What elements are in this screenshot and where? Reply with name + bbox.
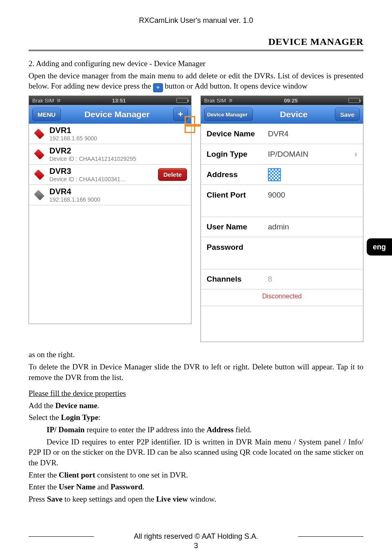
device-name-label: Device Name [207, 129, 268, 138]
body-p6: Select the Login Type: [29, 412, 363, 423]
menu-button[interactable]: MENU [32, 108, 61, 121]
body-p5: Add the Device name. [29, 400, 363, 411]
t: Live view [156, 495, 188, 503]
body-p7: IP/ Domain require to enter the IP addre… [47, 424, 363, 435]
t: and [96, 482, 111, 491]
screenshot-device-manager: Brak SIM ⚞ 13:51 MENU Device Manager + D… [29, 96, 192, 324]
user-name-value: admin [268, 222, 289, 231]
t: IP/ Domain [47, 425, 85, 434]
channels-label: Channels [207, 275, 268, 284]
battery-icon [348, 98, 360, 103]
body-p4: Please fill the device properties [29, 388, 363, 399]
connection-status: Disconnected [201, 289, 363, 306]
carrier-label: Brak SIM [204, 98, 226, 104]
body-p3: To delete the DVR in Device Manager slid… [29, 362, 363, 382]
screenshots-container: Brak SIM ⚞ 13:51 MENU Device Manager + D… [29, 96, 363, 342]
wifi-icon: ⚞ [228, 98, 233, 104]
dvr-name: DVR1 [49, 126, 187, 135]
t: : [98, 413, 100, 422]
t: Address [207, 425, 234, 434]
battery-icon [176, 98, 188, 103]
dvr-icon [33, 150, 45, 159]
intro-paragraph: Open the device manager from the main me… [29, 71, 363, 93]
list-item[interactable]: DVR1 192.168.1.65 9000 [29, 124, 191, 144]
client-port-value: 9000 [268, 191, 285, 200]
client-port-row[interactable]: Client Port 9000 [201, 185, 363, 205]
device-name-row[interactable]: Device Name DVR4 [201, 124, 363, 144]
t: Device name [55, 401, 97, 410]
nav-title-right: Device [253, 109, 335, 119]
t: window. [188, 495, 216, 503]
list-item[interactable]: DVR2 Device ID : CHAA1412141029295 [29, 144, 191, 164]
t: to keep settings and open the [62, 495, 156, 503]
t: User Name [59, 482, 96, 491]
password-label: Password [207, 243, 268, 252]
screenshot-device-form: Brak SIM ⚞ 09:25 Device Manager Device S… [200, 96, 363, 342]
t: . [143, 482, 145, 491]
channels-row[interactable]: Channels 8 [201, 269, 363, 289]
t: Enter the [29, 482, 59, 491]
nav-bar-right: Device Manager Device Save [201, 105, 363, 124]
login-type-value: IP/DOMAIN [268, 150, 308, 159]
add-button[interactable]: + [173, 108, 188, 121]
body-p11: Press Save to keep settings and open the… [29, 494, 363, 504]
t: Press [29, 495, 47, 503]
address-label: Address [207, 170, 268, 179]
dvr-subtitle: 192.168.1.166 9000 [49, 196, 187, 203]
client-port-label: Client Port [207, 191, 268, 200]
body-p9: Enter the Client port consistent to one … [29, 470, 363, 480]
body-p8: Device ID requires to enter P2P identifi… [29, 437, 363, 468]
page-number: 3 [0, 542, 392, 550]
t: Save [47, 495, 62, 503]
save-button[interactable]: Save [335, 108, 360, 121]
login-type-row[interactable]: Login Type IP/DOMAIN › [201, 144, 363, 164]
password-row[interactable]: Password [201, 237, 363, 258]
status-time: 09:25 [236, 98, 346, 104]
t: . [97, 401, 99, 410]
user-name-row[interactable]: User Name admin [201, 217, 363, 237]
nav-title-left: Device Manager [61, 109, 173, 119]
language-tab[interactable]: eng [367, 238, 392, 256]
address-row[interactable]: Address [201, 164, 363, 185]
intro-heading: 2. Adding and configuring new device - D… [29, 58, 363, 69]
list-item[interactable]: DVR4 192.168.1.166 9000 [29, 185, 191, 205]
dvr-name: DVR4 [49, 187, 187, 196]
body-p10: Enter the User Name and Password. [29, 482, 363, 492]
device-name-value: DVR4 [268, 129, 289, 138]
user-name-label: User Name [207, 222, 268, 231]
carrier-label: Brak SIM [32, 98, 54, 104]
dvr-subtitle: 192.168.1.65 9000 [49, 135, 187, 142]
dvr-name: DVR3 [49, 167, 158, 176]
t: field. [234, 425, 252, 434]
status-bar-left: Brak SIM ⚞ 13:51 [29, 96, 191, 105]
t: consistent to one set in DVR. [95, 471, 188, 479]
plus-icon: + [153, 83, 163, 92]
dvr-icon [33, 129, 45, 138]
dvr-name: DVR2 [49, 146, 187, 156]
dvr-icon [33, 170, 45, 179]
status-bar-right: Brak SIM ⚞ 09:25 [201, 96, 363, 105]
dvr-icon [33, 191, 45, 200]
chevron-right-icon: › [354, 149, 357, 160]
dvr-subtitle: Device ID : CHAA14100341… [49, 176, 158, 182]
t: Enter the [29, 471, 59, 479]
qr-icon[interactable] [268, 168, 281, 181]
body-p2: as on the right. [29, 349, 363, 360]
list-item[interactable]: DVR3 Device ID : CHAA14100341… Delete [29, 164, 191, 185]
t: Password [111, 482, 143, 491]
t: Add the [29, 401, 55, 410]
doc-header: RXCamLink User's manual ver. 1.0 [29, 16, 363, 25]
footer-copyright: All rights reserved © AAT Holding S.A. [94, 532, 298, 541]
status-time: 13:51 [64, 98, 174, 104]
delete-button[interactable]: Delete [158, 168, 187, 181]
dvr-subtitle: Device ID : CHAA1412141029295 [49, 156, 187, 162]
channels-value: 8 [268, 275, 272, 284]
wifi-icon: ⚞ [56, 98, 61, 104]
t: Client port [59, 471, 95, 479]
title-rule [29, 50, 363, 51]
login-type-label: Login Type [207, 150, 268, 159]
intro-text-b: button or Add button. It opens device wi… [165, 82, 307, 90]
section-title: DEVICE MANAGER [29, 36, 363, 47]
back-button[interactable]: Device Manager [204, 108, 253, 121]
footer: All rights reserved © AAT Holding S.A. 3 [0, 532, 392, 550]
